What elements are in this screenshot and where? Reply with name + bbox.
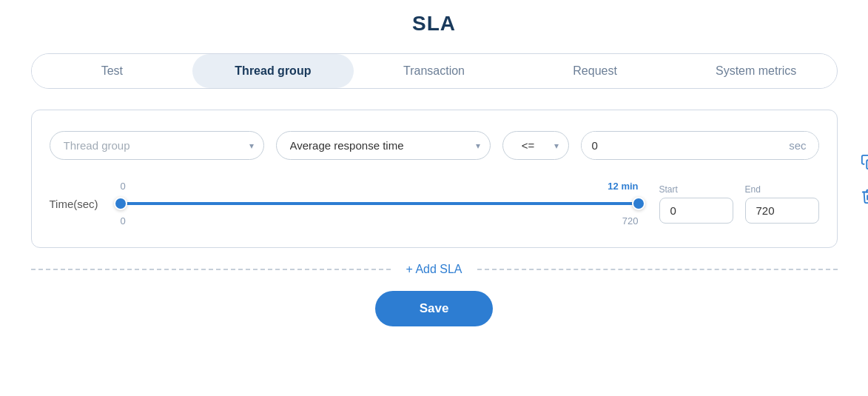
delete-icon: [861, 188, 869, 204]
threshold-unit: sec: [786, 132, 818, 159]
tab-request[interactable]: Request: [514, 54, 676, 88]
slider-bottom-max-label: 720: [622, 215, 639, 226]
copy-icon: [861, 154, 869, 170]
threshold-input-wrapper: sec: [581, 131, 819, 160]
sla-config-row: Thread group ▾ Average response time ▾ <…: [50, 131, 819, 160]
slider-thumb-right[interactable]: [632, 197, 645, 210]
end-input-group: End: [745, 184, 819, 224]
start-input-group: Start: [659, 184, 733, 224]
metric-select[interactable]: Average response time: [276, 131, 491, 160]
threshold-input[interactable]: [582, 132, 787, 159]
slider-thumb-left[interactable]: [114, 197, 127, 210]
thread-group-select-wrapper: Thread group ▾: [50, 131, 264, 160]
slider-top-min-label: 0: [121, 181, 126, 192]
dashed-line-left: [31, 269, 391, 270]
time-label: Time(sec): [50, 198, 100, 210]
dashed-line-right: [477, 269, 838, 270]
tab-thread-group[interactable]: Thread group: [192, 54, 354, 88]
operator-select-wrapper: <= ▾: [502, 131, 569, 160]
operator-select[interactable]: <=: [502, 131, 569, 160]
save-button[interactable]: Save: [375, 291, 494, 326]
time-inputs: Start End: [659, 184, 819, 224]
end-input[interactable]: [745, 198, 819, 224]
delete-button[interactable]: [855, 183, 869, 209]
tabs-container: Test Thread group Transaction Request Sy…: [31, 53, 838, 89]
slider-labels-top: 0 12 min: [121, 181, 639, 192]
slider-top-max-label: 12 min: [608, 181, 638, 192]
end-label: End: [745, 184, 819, 195]
slider-wrapper: 0 12 min 0 720: [121, 181, 639, 226]
action-icons: [855, 149, 869, 209]
metric-select-wrapper: Average response time ▾: [276, 131, 491, 160]
slider-track: [121, 202, 639, 205]
add-sla-button[interactable]: + Add SLA: [391, 263, 477, 276]
range-slider[interactable]: [121, 195, 639, 212]
start-label: Start: [659, 184, 733, 195]
sla-card: Thread group ▾ Average response time ▾ <…: [31, 110, 838, 248]
time-range-row: Time(sec) 0 12 min 0 720: [50, 181, 819, 226]
page-title: SLA: [412, 12, 456, 36]
tab-test[interactable]: Test: [32, 54, 193, 88]
tab-system-metrics[interactable]: System metrics: [676, 54, 837, 88]
start-input[interactable]: [659, 198, 733, 224]
tab-transaction[interactable]: Transaction: [354, 54, 515, 88]
thread-group-select[interactable]: Thread group: [50, 131, 264, 160]
copy-button[interactable]: [855, 149, 869, 175]
add-sla-row: + Add SLA: [31, 263, 838, 276]
slider-bottom-min-label: 0: [121, 215, 126, 226]
slider-labels-bottom: 0 720: [121, 215, 639, 226]
